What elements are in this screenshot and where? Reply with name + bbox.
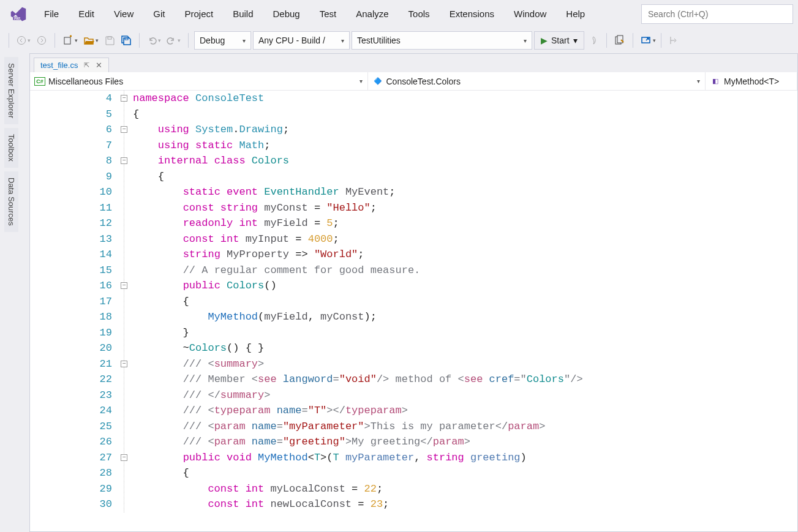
code-line[interactable]: public void MyMethod<T>(T myParameter, s… xyxy=(133,450,797,466)
menu-item-view[interactable]: View xyxy=(104,5,143,23)
nav-member-selector[interactable]: ◧ MyMethod<T> xyxy=(706,72,797,90)
start-debug-button[interactable]: ▶Start▾ xyxy=(534,31,584,50)
token-kw: string xyxy=(220,202,258,214)
token-punct: = xyxy=(352,498,371,510)
menu-item-extensions[interactable]: Extensions xyxy=(440,5,504,23)
code-line[interactable]: static event EventHandler MyEvent; xyxy=(133,184,797,200)
line-number: 23 xyxy=(30,388,112,403)
menu-item-help[interactable]: Help xyxy=(556,5,595,23)
save-button[interactable] xyxy=(102,32,117,49)
menu-item-window[interactable]: Window xyxy=(504,5,556,23)
fold-column[interactable]: −−−−−− xyxy=(121,91,133,512)
token-punct: >( xyxy=(320,452,333,463)
menu-item-project[interactable]: Project xyxy=(175,5,223,23)
line-number: 13 xyxy=(30,231,112,247)
line-number: 19 xyxy=(30,325,112,341)
code-line[interactable]: internal class Colors xyxy=(133,153,797,169)
code-line[interactable]: } xyxy=(133,325,797,341)
code-line[interactable]: /// <summary> xyxy=(133,356,797,372)
menu-bar: PRE FileEditViewGitProjectBuildDebugTest… xyxy=(0,0,798,28)
code-line[interactable]: const int newLocalConst = 23; xyxy=(133,496,797,512)
sidebar-tab-server-explorer[interactable]: Server Explorer xyxy=(4,57,18,124)
menu-item-test[interactable]: Test xyxy=(310,5,347,23)
fold-toggle[interactable]: − xyxy=(121,95,127,102)
code-line[interactable]: MyMethod(myField, myConst); xyxy=(133,309,797,325)
code-line[interactable]: using static Math; xyxy=(133,138,797,154)
code-line[interactable]: /// <param name="myParameter">This is my… xyxy=(133,419,797,435)
token-doc: > xyxy=(258,358,264,370)
token-doc-elem: typeparam xyxy=(345,405,402,416)
sidebar-tab-toolbox[interactable]: Toolbox xyxy=(4,128,18,168)
token-punct xyxy=(133,140,158,151)
nav-back-button[interactable]: ▾ xyxy=(15,32,32,49)
search-box[interactable] xyxy=(641,4,793,24)
pin-icon[interactable]: ⇱ xyxy=(84,61,89,69)
menu-item-git[interactable]: Git xyxy=(143,5,175,23)
code-editor[interactable]: 4567891011121314151617181920212223242526… xyxy=(30,91,797,531)
token-doc xyxy=(277,373,283,385)
token-punct: = xyxy=(308,202,327,214)
sidebar-tab-data-sources[interactable]: Data Sources xyxy=(4,171,18,232)
solution-config-selector[interactable]: Debug▾ xyxy=(194,31,251,50)
new-item-button[interactable]: ▾ xyxy=(61,32,80,49)
hot-reload-button[interactable] xyxy=(586,32,601,49)
search-input[interactable] xyxy=(648,9,786,19)
token-punct: ; xyxy=(371,202,377,214)
code-line[interactable]: /// Member <see langword="void"/> method… xyxy=(133,372,797,388)
file-tab[interactable]: test_file.cs ⇱ ✕ xyxy=(34,58,109,72)
code-line[interactable]: { xyxy=(133,107,797,122)
menu-item-build[interactable]: Build xyxy=(223,5,263,23)
fold-toggle[interactable]: − xyxy=(121,126,127,133)
fold-toggle[interactable]: − xyxy=(121,361,127,367)
nav-scope-selector[interactable]: C# Miscellaneous Files ▾ xyxy=(30,72,368,90)
menu-item-file[interactable]: File xyxy=(34,5,69,23)
code-line[interactable]: // A regular comment for good measure. xyxy=(133,263,797,279)
method-icon: ◧ xyxy=(710,77,720,86)
close-icon[interactable]: ✕ xyxy=(96,61,102,70)
menu-item-analyze[interactable]: Analyze xyxy=(346,5,398,23)
redo-button[interactable]: ▾ xyxy=(165,32,183,49)
code-line[interactable]: public Colors() xyxy=(133,278,797,294)
code-line[interactable]: readonly int myField = 5; xyxy=(133,215,797,231)
code-line[interactable]: const int myInput = 4000; xyxy=(133,231,797,247)
undo-button[interactable]: ▾ xyxy=(145,32,163,49)
token-doc-elem: param xyxy=(214,436,246,448)
open-file-button[interactable]: ▾ xyxy=(81,32,100,49)
token-punct: ; xyxy=(333,233,339,245)
menu-item-debug[interactable]: Debug xyxy=(263,5,310,23)
play-icon: ▶ xyxy=(541,36,548,45)
line-number: 4 xyxy=(30,91,112,107)
code-line[interactable]: namespace ConsoleTest xyxy=(133,91,797,107)
nav-forward-button[interactable] xyxy=(34,32,49,49)
token-str: "myParameter" xyxy=(283,421,364,432)
menu-item-edit[interactable]: Edit xyxy=(69,5,104,23)
code-content[interactable]: namespace ConsoleTest{ using System.Draw… xyxy=(133,91,797,512)
code-line[interactable]: /// <param name="greeting">My greeting</… xyxy=(133,434,797,450)
nav-type-selector[interactable]: 🔷 ConsoleTest.Colors ▾ xyxy=(368,72,706,90)
fold-toggle[interactable]: − xyxy=(121,157,127,164)
code-line[interactable]: { xyxy=(133,294,797,310)
code-line[interactable]: string MyProperty => "World"; xyxy=(133,247,797,263)
save-all-button[interactable] xyxy=(119,32,134,49)
solution-platform-selector[interactable]: Any CPU - Build /▾ xyxy=(253,31,350,50)
code-line[interactable]: /// </summary> xyxy=(133,388,797,403)
code-line[interactable]: const string myConst = "Hello"; xyxy=(133,200,797,216)
code-line[interactable]: { xyxy=(133,169,797,185)
code-line[interactable]: { xyxy=(133,465,797,481)
token-punct xyxy=(189,92,195,104)
code-line[interactable]: using System.Drawing; xyxy=(133,122,797,138)
indent-guides-button[interactable] xyxy=(667,32,682,49)
find-in-files-button[interactable] xyxy=(612,32,627,49)
line-number: 15 xyxy=(30,263,112,279)
code-line[interactable]: ~Colors() { } xyxy=(133,340,797,356)
token-punct xyxy=(133,217,183,229)
fold-toggle[interactable]: − xyxy=(121,454,127,461)
menu-item-tools[interactable]: Tools xyxy=(399,5,440,23)
live-share-button[interactable]: ▾ xyxy=(639,32,658,49)
token-doc: = xyxy=(277,421,283,432)
fold-toggle[interactable]: − xyxy=(121,282,127,289)
line-number-gutter: 4567891011121314151617181920212223242526… xyxy=(30,91,121,512)
code-line[interactable]: /// <typeparam name="T"></typeparam> xyxy=(133,403,797,419)
code-line[interactable]: const int myLocalConst = 22; xyxy=(133,481,797,497)
startup-project-selector[interactable]: TestUtilities▾ xyxy=(352,31,532,50)
